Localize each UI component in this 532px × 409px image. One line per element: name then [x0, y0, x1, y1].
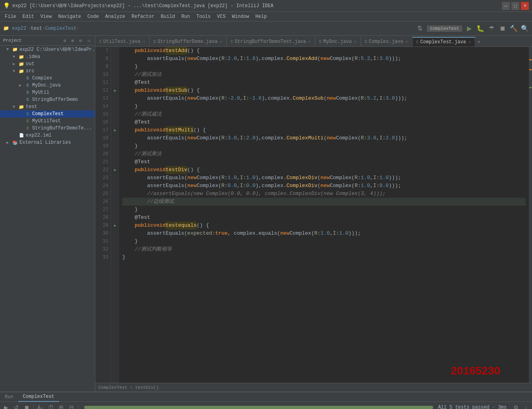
- tab-close-utiltestjava[interactable]: ✕: [143, 39, 145, 44]
- bottom-tab-complextest[interactable]: ComplexTest: [18, 392, 59, 402]
- code-line-15: //测试减法: [122, 110, 526, 118]
- menu-file[interactable]: File: [2, 13, 19, 20]
- line-num-32: 32: [98, 245, 108, 253]
- tab-label-complextest: ComplexTest.java: [420, 39, 466, 45]
- sidebar-collapse-icon[interactable]: ⊟: [77, 37, 84, 44]
- menu-window[interactable]: Window: [229, 13, 252, 20]
- tab-overflow[interactable]: »: [475, 38, 483, 46]
- tab-stringbufferdemo[interactable]: C StringBufferDemo.java ✕: [150, 37, 227, 46]
- tab-label-utiltestjava: UtilTest.java: [103, 39, 141, 44]
- menu-analyze[interactable]: Analyze: [102, 13, 128, 20]
- line-num-18: 18: [98, 134, 108, 142]
- line-num-25: 25: [98, 190, 108, 198]
- expand-all-button[interactable]: ⊞: [57, 403, 66, 409]
- stop-button[interactable]: ⏹: [497, 23, 508, 34]
- main-area: Project ⚙ ⊞ ⊟ ◁ ▼ 📁 exp22 C:\Users\锦年\Id…: [0, 36, 532, 392]
- menu-edit[interactable]: Edit: [19, 13, 37, 20]
- tab-icon-mydoc: C: [319, 40, 322, 44]
- tree-item-idea[interactable]: ▼ 📁 .idea: [0, 53, 95, 60]
- tree-item-myutiltest[interactable]: C MyUtilTest: [0, 118, 95, 125]
- tab-mydoc[interactable]: C MyDoc.java ✕: [315, 37, 361, 46]
- tree-item-stringbuffertest[interactable]: C StringBufferDemoTe...: [0, 125, 95, 132]
- menu-navigate[interactable]: Navigate: [55, 13, 84, 20]
- sidebar-hide-icon[interactable]: ◁: [85, 37, 92, 44]
- code-line-12: public void testSub() {: [122, 87, 526, 95]
- nav-project[interactable]: 📁 exp22: [2, 25, 28, 31]
- nav-class[interactable]: ComplexTest: [45, 26, 76, 31]
- run-button[interactable]: ▶: [464, 23, 475, 34]
- sidebar-gear-icon[interactable]: ⚙: [62, 37, 68, 44]
- menu-tools[interactable]: Tools: [193, 13, 214, 20]
- tab-label-mydoc: MyDoc.java: [323, 39, 352, 44]
- bottom-tab-run[interactable]: Run: [0, 392, 18, 402]
- tree-item-src[interactable]: ▼ 📁 src: [0, 68, 95, 75]
- tab-close-complextest[interactable]: ✕: [468, 40, 471, 44]
- tree-item-root[interactable]: ▼ 📁 exp22 C:\Users\锦年\IdeaPr...: [0, 46, 95, 53]
- editor-area: C UtilTest.java ✕ C StringBufferDemo.jav…: [95, 36, 532, 392]
- build-button[interactable]: 🔨: [508, 23, 519, 34]
- tab-utiltestjava[interactable]: C UtilTest.java ✕: [95, 37, 150, 46]
- coverage-button[interactable]: ☂: [486, 23, 497, 34]
- menu-help[interactable]: Help: [252, 13, 270, 20]
- tree-item-test[interactable]: ▼ 📁 test: [0, 103, 95, 110]
- gutter-run-22[interactable]: ▶: [111, 166, 119, 174]
- code-line-7: public void testAdd() {: [122, 47, 526, 55]
- tree-item-out[interactable]: ▶ 📁 out: [0, 60, 95, 68]
- tree-item-external[interactable]: ▶ 📚 External Libraries: [0, 139, 95, 146]
- menu-vcs[interactable]: VCS: [214, 13, 229, 20]
- sort-alpha-button[interactable]: A↓: [36, 403, 45, 409]
- sidebar-header: Project ⚙ ⊞ ⊟ ◁: [0, 36, 95, 46]
- maximize-button[interactable]: □: [511, 2, 519, 10]
- tab-complextest[interactable]: C ComplexTest.java ✕: [412, 37, 475, 46]
- gutter-14: [111, 102, 119, 110]
- tree-item-stringbuffer[interactable]: C StringBufferDemo: [0, 96, 95, 103]
- nav-folder[interactable]: test: [31, 26, 42, 31]
- debug-button[interactable]: 🐛: [475, 23, 486, 34]
- gutter-run-12[interactable]: ▶: [111, 87, 119, 95]
- tab-close-complex[interactable]: ✕: [406, 39, 408, 44]
- toolbar-sep-2: [78, 404, 79, 409]
- tab-stringbufferdemotest[interactable]: C StringBufferDemoTest.java ✕: [227, 37, 315, 46]
- tree-item-mydoc[interactable]: ▶ C MyDoc.java: [0, 82, 95, 89]
- sidebar-expand-icon[interactable]: ⊞: [69, 37, 76, 44]
- stop-test-button[interactable]: ⏹: [22, 403, 31, 409]
- collapse-all-button[interactable]: ⊟: [67, 403, 76, 409]
- tree-item-complextest[interactable]: C ComplexTest: [0, 110, 95, 118]
- rerun-failed-button[interactable]: ↺: [12, 403, 21, 409]
- minimize-button[interactable]: ─: [502, 2, 510, 10]
- search-everywhere-button[interactable]: 🔍: [519, 23, 530, 34]
- code-content[interactable]: public void testAdd() { assertEquals(new…: [119, 47, 529, 383]
- line-num-17: 17: [98, 126, 108, 134]
- code-line-25: //assertEquals(new Complex(0.0, 0.0), co…: [122, 190, 526, 198]
- menu-refactor[interactable]: Refactor: [128, 13, 158, 20]
- menu-run[interactable]: Run: [178, 13, 193, 20]
- code-editor[interactable]: 7 8 9 10 11 12 13 14 15 16 17 18 19 20 2…: [95, 47, 532, 383]
- run-config-label[interactable]: ComplexTest: [427, 25, 462, 32]
- export-button[interactable]: ↓: [522, 403, 530, 409]
- line-num-33: 33: [98, 253, 108, 261]
- settings-button[interactable]: ⚙: [511, 403, 520, 409]
- tree-item-iml[interactable]: 📄 exp22.iml: [0, 132, 95, 139]
- gutter-run-29[interactable]: ▶: [111, 222, 119, 230]
- rerun-button[interactable]: ▶: [2, 403, 10, 409]
- gutter-run-17[interactable]: ▶: [111, 126, 119, 134]
- tree-item-complex[interactable]: C Complex: [0, 75, 95, 82]
- sort-duration-button[interactable]: ⏱: [46, 403, 55, 409]
- tab-complex[interactable]: C Complex.java ✕: [361, 37, 412, 46]
- tree-item-myutil[interactable]: C MyUtil: [0, 89, 95, 96]
- menu-code[interactable]: Code: [84, 13, 102, 20]
- menu-view[interactable]: View: [37, 13, 55, 20]
- tab-close-stringbufferdemo[interactable]: ✕: [220, 39, 222, 44]
- gutter-30: [111, 230, 119, 237]
- complex-java-icon: C: [25, 75, 31, 81]
- sort-icon[interactable]: ⇅: [414, 23, 425, 34]
- code-line-9: }: [122, 63, 526, 71]
- gutter-24: [111, 182, 119, 190]
- tree-label-stringbuffer: StringBufferDemo: [32, 97, 78, 102]
- menu-build[interactable]: Build: [158, 13, 178, 20]
- tab-close-mydoc[interactable]: ✕: [354, 39, 357, 44]
- code-line-21: @Test: [122, 158, 526, 166]
- scroll-mark-2: [529, 69, 532, 70]
- tab-close-stringbufferdemotest[interactable]: ✕: [308, 39, 311, 44]
- close-button[interactable]: ✕: [521, 2, 529, 10]
